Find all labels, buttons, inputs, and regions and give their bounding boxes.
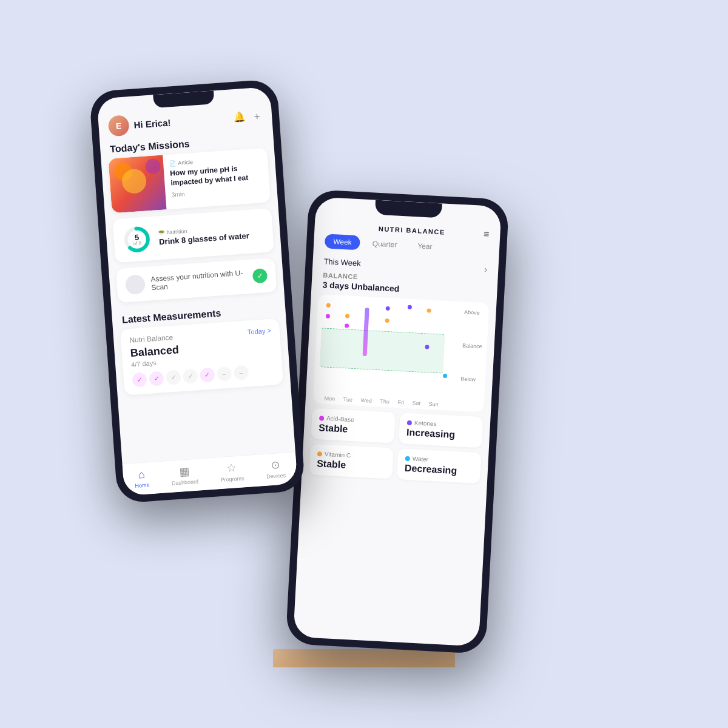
day-wed: Wed [360,397,372,404]
article-card[interactable]: 📄 Article How my urine pH is impacted by… [108,147,271,213]
p2-app-title: NUTRI BALANCE [379,225,445,236]
tab-year[interactable]: Year [409,238,441,255]
nav-programs[interactable]: ☆ Programs [220,460,244,483]
dot2: ✓ [149,371,164,386]
phone1: E Hi Erica! 🔔 ＋ Today's Missions [89,79,306,504]
scan-card[interactable]: Assess your nutrition with U-Scan ✓ [116,258,277,303]
dot4: ✓ [183,368,198,384]
bell-icon[interactable]: 🔔 [232,110,245,124]
ketones-dot [407,420,412,425]
meas-title: Nutri Balance [129,333,174,345]
metric-ketones[interactable]: Ketones Increasing [399,413,483,448]
dot6: – [217,366,232,382]
day-sun: Sun [428,401,439,408]
chart-balance-label: Balance [462,342,482,349]
acid-base-dot [319,416,324,420]
nutrition-info: 🥗 Nutrition Drink 8 glasses of water [158,223,265,246]
chart-below-label: Below [460,376,480,383]
dashboard-icon: ▦ [179,465,190,479]
avatar: E [108,115,130,136]
scene: E Hi Erica! 🔔 ＋ Today's Missions [91,61,637,667]
ketones-value: Increasing [406,427,476,442]
meas-today[interactable]: Today > [248,327,272,336]
nav-dashboard[interactable]: ▦ Dashboard [170,464,198,487]
measurement-card[interactable]: Nutri Balance Today > Balanced 4/7 days … [120,318,283,396]
scan-text: Assess your nutrition with U-Scan [150,268,248,292]
metric-acid-base[interactable]: Acid-Base Stable [311,408,395,443]
p2-period-label: This Week [323,257,361,268]
dot3: ✓ [166,369,181,385]
devices-icon: ⊙ [271,458,280,472]
water-value: Decreasing [405,463,474,477]
day-thu: Thu [380,398,389,405]
water-dot [405,456,410,460]
nutrition-card[interactable]: 5 of 8 🥗 Nutrition Drink 8 glasses of wa… [112,208,274,263]
header-icons: 🔔 ＋ [232,109,262,124]
donut-total: of 8 [133,240,141,246]
day-tue: Tue [343,396,352,403]
metric-cards: Acid-Base Stable Ketones Increasing [309,408,483,484]
menu-icon[interactable]: ≡ [484,229,490,240]
vitaminc-value: Stable [317,458,386,473]
chart-area: Above Balance Below [312,294,489,413]
phone2: NUTRI BALANCE ≡ Week Quarter Year This W… [286,189,510,654]
plus-icon[interactable]: ＋ [252,109,262,123]
meas-dots: ✓ ✓ ✓ ✓ ✓ – – [132,363,274,388]
programs-icon: ☆ [226,461,237,475]
article-image [108,155,166,213]
dot1: ✓ [132,372,147,388]
day-sat: Sat [412,400,420,406]
vitaminc-dot [317,451,322,456]
chart-y-labels: Above Balance Below [460,309,484,383]
donut-chart: 5 of 8 [121,224,152,255]
nav-home[interactable]: ⌂ Home [134,468,150,489]
chart-above-label: Above [464,309,484,317]
dot7: – [234,365,249,380]
article-body: 📄 Article How my urine pH is impacted by… [163,147,271,209]
chevron-right-icon: › [484,264,488,275]
article-time: 3min [171,185,263,198]
dot5: ✓ [200,367,215,383]
metric-water[interactable]: Water Decreasing [397,448,481,484]
shelf [273,649,455,667]
home-icon: ⌂ [138,468,145,481]
metric-vitamin-c[interactable]: Vitamin C Stable [309,444,393,479]
tab-week[interactable]: Week [325,234,361,250]
tab-quarter[interactable]: Quarter [363,236,406,253]
scan-avatar-icon [125,274,146,295]
greeting: Hi Erica! [133,113,234,130]
nav-devices[interactable]: ⊙ Devices [265,458,286,480]
day-fri: Fri [397,399,404,406]
article-title: How my urine pH is impacted by what I ea… [170,163,263,188]
acid-base-value: Stable [318,422,388,437]
scan-check-icon: ✓ [252,268,268,284]
day-mon: Mon [324,396,335,402]
measurements-section: Nutri Balance Today > Balanced 4/7 days … [113,318,291,396]
